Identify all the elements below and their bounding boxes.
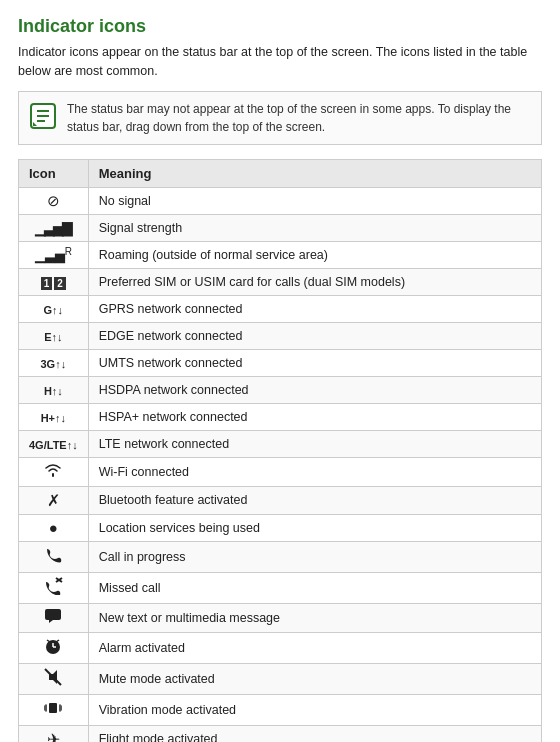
- table-row-icon: [19, 694, 89, 725]
- table-row-icon: ●: [19, 514, 89, 541]
- svg-line-11: [56, 640, 59, 642]
- table-row-meaning: Signal strength: [88, 214, 541, 241]
- table-row-meaning: New text or multimedia message: [88, 603, 541, 632]
- table-row-icon: E↑↓: [19, 322, 89, 349]
- table-row-meaning: Flight mode activated: [88, 725, 541, 742]
- table-row-meaning: Preferred SIM or USIM card for calls (du…: [88, 268, 541, 295]
- table-row-icon: [19, 457, 89, 486]
- table-row-meaning: No signal: [88, 187, 541, 214]
- table-row-icon: ✗: [19, 486, 89, 514]
- note-text: The status bar may not appear at the top…: [67, 100, 531, 136]
- table-row-icon: [19, 541, 89, 572]
- svg-rect-6: [45, 609, 61, 620]
- intro-text: Indicator icons appear on the status bar…: [18, 43, 542, 81]
- table-row-icon: [19, 632, 89, 663]
- table-row-icon: 12: [19, 268, 89, 295]
- table-row-icon: [19, 663, 89, 694]
- table-row-meaning: GPRS network connected: [88, 295, 541, 322]
- table-row-meaning: EDGE network connected: [88, 322, 541, 349]
- table-row-icon: 4G/LTE↑↓: [19, 430, 89, 457]
- table-row-meaning: Location services being used: [88, 514, 541, 541]
- table-row-icon: G↑↓: [19, 295, 89, 322]
- table-row-meaning: Mute mode activated: [88, 663, 541, 694]
- table-row-meaning: Call in progress: [88, 541, 541, 572]
- svg-line-12: [45, 669, 61, 685]
- table-row-meaning: Bluetooth feature activated: [88, 486, 541, 514]
- table-row-icon: H+↑↓: [19, 403, 89, 430]
- table-row-icon: ▁▃▅R: [19, 241, 89, 268]
- table-row-icon: ✈: [19, 725, 89, 742]
- table-row-meaning: Missed call: [88, 572, 541, 603]
- table-row-icon: [19, 603, 89, 632]
- svg-line-10: [47, 640, 50, 642]
- table-row-meaning: Wi-Fi connected: [88, 457, 541, 486]
- table-row-meaning: HSPA+ network connected: [88, 403, 541, 430]
- table-row-meaning: Vibration mode activated: [88, 694, 541, 725]
- page-title: Indicator icons: [18, 16, 542, 37]
- col-header-meaning: Meaning: [88, 159, 541, 187]
- note-icon: [29, 102, 57, 136]
- table-row-meaning: Alarm activated: [88, 632, 541, 663]
- table-row-icon: H↑↓: [19, 376, 89, 403]
- table-row-meaning: HSDPA network connected: [88, 376, 541, 403]
- table-row-meaning: UMTS network connected: [88, 349, 541, 376]
- note-box: The status bar may not appear at the top…: [18, 91, 542, 145]
- table-row-meaning: LTE network connected: [88, 430, 541, 457]
- table-row-icon: ▁▃▅▇: [19, 214, 89, 241]
- table-row-icon: 3G↑↓: [19, 349, 89, 376]
- svg-rect-13: [49, 703, 57, 713]
- table-row-icon: [19, 572, 89, 603]
- table-row-icon: ⊘: [19, 187, 89, 214]
- table-row-meaning: Roaming (outside of normal service area): [88, 241, 541, 268]
- col-header-icon: Icon: [19, 159, 89, 187]
- indicator-table: Icon Meaning ⊘No signal▁▃▅▇Signal streng…: [18, 159, 542, 743]
